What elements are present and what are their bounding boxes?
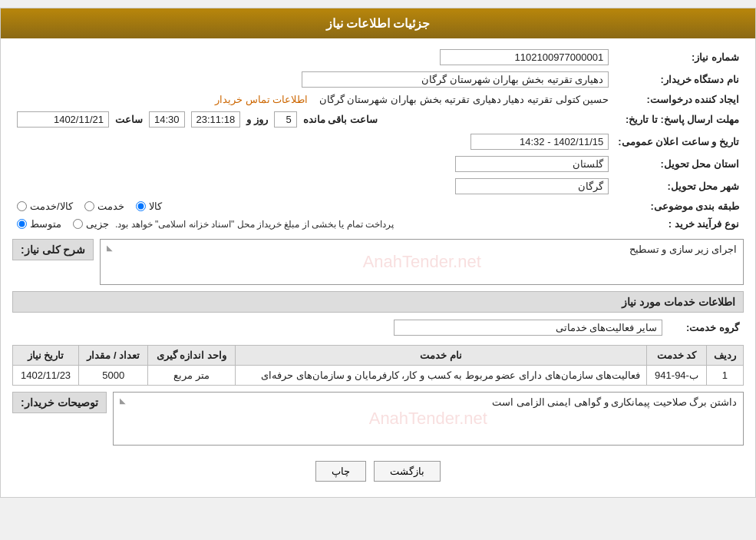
buyer-notes-title: توصیحات خریدار: bbox=[12, 392, 107, 413]
need-number-value: 1102100977000001 bbox=[440, 49, 609, 65]
watermark-text: AnahTender.net bbox=[363, 252, 481, 272]
label-org-name: نام دستگاه خریدار: bbox=[613, 68, 744, 91]
label-creator: ایجاد کننده درخواست: bbox=[613, 91, 744, 108]
service-group-table: گروه خدمت: سایر فعالیت‌های خدماتی bbox=[12, 316, 744, 339]
buyer-notes-section: توصیحات خریدار: AnahTender.net داشتن برگ… bbox=[12, 392, 744, 446]
cell-quantity: 5000 bbox=[79, 366, 148, 386]
category-cell: کالا/خدمت خدمت کالا bbox=[12, 197, 613, 215]
main-info-table: شماره نیاز: 1102100977000001 نام دستگاه … bbox=[12, 46, 744, 233]
city-cell: گرگان bbox=[12, 175, 613, 197]
contact-link[interactable]: اطلاعات تماس خریدار bbox=[215, 94, 308, 105]
th-service-code: کد خدمت bbox=[647, 346, 706, 366]
need-number-cell: 1102100977000001 bbox=[12, 46, 613, 68]
label-announce: تاریخ و ساعت اعلان عمومی: bbox=[613, 131, 744, 153]
cell-row-num: 1 bbox=[706, 366, 743, 386]
watermark-text2: AnahTender.net bbox=[369, 409, 487, 429]
province-cell: گلستان bbox=[12, 153, 613, 175]
th-date: تاریخ نیاز bbox=[13, 346, 79, 366]
description-section: شرح کلی نیاز: AnahTender.net اجرای زیر س… bbox=[12, 239, 744, 285]
deadline-hms: 23:11:18 bbox=[191, 111, 241, 128]
service-group-cell: سایر فعالیت‌های خدماتی bbox=[12, 316, 667, 339]
description-section-title: شرح کلی نیاز: bbox=[12, 239, 94, 260]
deadline-date: 1402/11/21 bbox=[17, 111, 109, 128]
creator-name: حسین کتولی تقرتیه دهیار دهیاری تقرتیه بخ… bbox=[319, 94, 609, 105]
services-section-title: اطلاعات خدمات مورد نیاز bbox=[12, 291, 744, 313]
th-row-num: ردیف bbox=[706, 346, 743, 366]
th-service-name: نام خدمت bbox=[235, 346, 647, 366]
label-category: طبقه بندی موضوعی: bbox=[613, 197, 744, 215]
services-table: ردیف کد خدمت نام خدمت واحد اندازه گیری ت… bbox=[12, 345, 744, 386]
description-box: AnahTender.net اجرای زیر سازی و تسطیح ◣ bbox=[100, 239, 744, 285]
th-unit: واحد اندازه گیری bbox=[148, 346, 236, 366]
label-province: استان محل تحویل: bbox=[613, 153, 744, 175]
description-text: اجرای زیر سازی و تسطیح bbox=[629, 243, 737, 255]
resize-handle2[interactable]: ◣ bbox=[120, 396, 126, 405]
back-button[interactable]: بازگشت bbox=[374, 461, 441, 482]
label-need-number: شماره نیاز: bbox=[613, 46, 744, 68]
description-wrapper: AnahTender.net اجرای زیر سازی و تسطیح ◣ bbox=[100, 239, 744, 285]
city-value: گرگان bbox=[455, 178, 609, 194]
org-name-value: دهیاری تقرتیه بخش بهاران شهرستان گرگان bbox=[302, 71, 609, 88]
buyer-notes-box: AnahTender.net داشتن برگ صلاحیت پیمانکار… bbox=[113, 392, 744, 446]
creator-cell: حسین کتولی تقرتیه دهیار دهیاری تقرتیه بخ… bbox=[12, 91, 613, 108]
announce-datetime: 1402/11/15 - 14:32 bbox=[470, 134, 609, 150]
category-kala-khedmat[interactable]: کالا/خدمت bbox=[17, 200, 73, 212]
cell-service-code: ب-94-941 bbox=[647, 366, 706, 386]
purchase-note: پرداخت تمام یا بخشی از مبلغ خریداز محل "… bbox=[115, 219, 394, 230]
purchase-jozi[interactable]: جزیی bbox=[73, 218, 109, 230]
th-quantity: تعداد / مقدار bbox=[79, 346, 148, 366]
cell-service-name: فعالیت‌های سازمان‌های دارای عضو مربوط به… bbox=[235, 366, 647, 386]
purchase-type-cell: متوسط جزیی پرداخت تمام یا بخشی از مبلغ خ… bbox=[12, 215, 613, 233]
deadline-time: 14:30 bbox=[149, 111, 185, 128]
category-kala[interactable]: کالا bbox=[136, 200, 162, 212]
label-time: ساعت bbox=[115, 114, 143, 125]
content-area: شماره نیاز: 1102100977000001 نام دستگاه … bbox=[1, 38, 755, 497]
page-wrapper: جزئیات اطلاعات نیاز شماره نیاز: 11021009… bbox=[0, 8, 756, 498]
cell-unit: متر مربع bbox=[148, 366, 236, 386]
label-day: روز و bbox=[246, 114, 268, 125]
buyer-notes-text: داشتن برگ صلاحیت پیمانکاری و گواهی ایمنی… bbox=[492, 396, 737, 408]
button-row: چاپ بازگشت bbox=[12, 452, 744, 489]
category-radio-group: کالا/خدمت خدمت کالا bbox=[17, 200, 609, 212]
table-row: 1 ب-94-941 فعالیت‌های سازمان‌های دارای ع… bbox=[13, 366, 744, 386]
org-name-cell: دهیاری تقرتیه بخش بهاران شهرستان گرگان bbox=[12, 68, 613, 91]
label-deadline: مهلت ارسال پاسخ: تا تاریخ: bbox=[613, 108, 744, 131]
label-remaining: ساعت باقی مانده bbox=[303, 114, 378, 125]
cell-date: 1402/11/23 bbox=[13, 366, 79, 386]
buyer-notes-wrapper: AnahTender.net داشتن برگ صلاحیت پیمانکار… bbox=[113, 392, 744, 446]
purchase-radio-group: متوسط جزیی bbox=[17, 218, 109, 230]
page-title: جزئیات اطلاعات نیاز bbox=[1, 8, 755, 38]
deadline-days: 5 bbox=[274, 111, 297, 128]
service-group-value: سایر فعالیت‌های خدماتی bbox=[394, 320, 662, 336]
announce-cell: 1402/11/15 - 14:32 bbox=[12, 131, 613, 153]
deadline-cell: 1402/11/21 ساعت 14:30 23:11:18 روز و 5 س… bbox=[12, 108, 613, 131]
print-button[interactable]: چاپ bbox=[315, 461, 366, 482]
purchase-motavaset[interactable]: متوسط bbox=[17, 218, 61, 230]
label-purchase-type: نوع فرآیند خرید : bbox=[613, 215, 744, 233]
label-city: شهر محل تحویل: bbox=[613, 175, 744, 197]
label-service-group: گروه خدمت: bbox=[667, 316, 744, 339]
resize-handle[interactable]: ◣ bbox=[107, 243, 113, 252]
category-khedmat[interactable]: خدمت bbox=[84, 200, 124, 212]
province-value: گلستان bbox=[455, 156, 609, 172]
